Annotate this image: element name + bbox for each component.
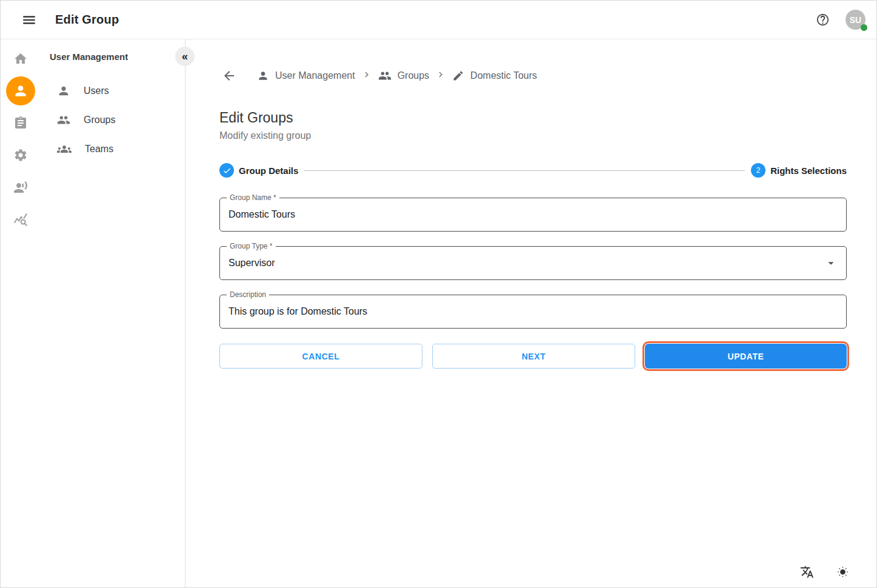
avatar-initials: SU xyxy=(850,15,861,25)
update-button[interactable]: UPDATE xyxy=(645,344,847,369)
edit-pencil-icon xyxy=(452,70,464,82)
rail-item-assignment[interactable] xyxy=(6,109,35,138)
page-header-title: Edit Group xyxy=(55,13,119,27)
group-name-input[interactable] xyxy=(220,198,846,231)
query-stats-icon xyxy=(13,212,28,227)
app-window: Edit Group SU xyxy=(0,0,877,588)
step-label: Group Details xyxy=(239,165,298,176)
rail-item-record-voice[interactable] xyxy=(6,173,35,202)
breadcrumb-label: User Management xyxy=(275,70,355,81)
collapse-sidebar-button[interactable]: « xyxy=(175,47,195,66)
chevron-right-icon xyxy=(361,69,372,80)
translate-icon xyxy=(800,565,814,579)
user-avatar[interactable]: SU xyxy=(845,10,865,30)
people-icon xyxy=(378,69,392,82)
group-type-label: Group Type * xyxy=(227,242,276,250)
description-label: Description xyxy=(227,290,269,299)
assignment-icon xyxy=(13,116,28,130)
check-icon xyxy=(222,166,232,175)
home-icon xyxy=(13,52,28,66)
stepper: Group Details 2 Rights Selections xyxy=(219,163,847,178)
translate-button[interactable] xyxy=(798,563,816,581)
online-status-dot xyxy=(861,24,867,31)
collapse-sidebar-icon: « xyxy=(182,50,188,63)
sidebar-header: User Management xyxy=(40,52,185,62)
rail-item-settings[interactable] xyxy=(6,141,35,170)
action-buttons: CANCEL NEXT UPDATE xyxy=(219,344,847,369)
hamburger-icon xyxy=(21,12,37,28)
person-icon xyxy=(257,70,269,82)
secondary-sidebar: User Management Users Groups Teams « xyxy=(40,39,185,588)
app-body: User Management Users Groups Teams « xyxy=(1,39,876,588)
rail-item-user-management[interactable] xyxy=(6,76,35,105)
chevron-right-icon xyxy=(435,69,446,80)
dropdown-arrow-icon xyxy=(824,256,838,270)
record-voice-over-icon xyxy=(13,180,28,195)
step-label: Rights Selections xyxy=(770,165,847,176)
sidebar-item-teams[interactable]: Teams xyxy=(40,135,185,164)
back-button[interactable] xyxy=(219,66,239,85)
breadcrumb-label: Groups xyxy=(398,70,429,81)
group-name-label: Group Name * xyxy=(227,193,279,202)
breadcrumb-row: User Management Groups Domestic Tour xyxy=(219,66,847,85)
cancel-button[interactable]: CANCEL xyxy=(219,344,422,369)
page-subtitle: Modify existing group xyxy=(219,130,847,141)
breadcrumb-label: Domestic Tours xyxy=(470,70,537,81)
help-icon xyxy=(816,13,830,27)
sidebar-item-groups[interactable]: Groups xyxy=(40,105,185,135)
sidebar-item-label: Teams xyxy=(85,144,113,155)
breadcrumb-separator xyxy=(435,69,446,82)
people-icon xyxy=(57,113,70,127)
stepper-connector xyxy=(304,170,745,171)
sidebar-item-label: Groups xyxy=(84,115,115,125)
breadcrumb-item-domestic-tours[interactable]: Domestic Tours xyxy=(452,70,537,82)
teams-icon xyxy=(57,142,72,156)
group-type-field[interactable]: Group Type * Supervisor xyxy=(219,246,847,280)
group-name-field: Group Name * xyxy=(219,198,847,232)
corner-utilities xyxy=(798,563,852,581)
page-title: Edit Groups xyxy=(219,110,847,126)
breadcrumb: User Management Groups Domestic Tour xyxy=(257,69,537,82)
brightness-toggle-button[interactable] xyxy=(833,563,852,581)
breadcrumb-item-groups[interactable]: Groups xyxy=(378,69,429,82)
sidebar-item-label: Users xyxy=(84,85,109,96)
settings-gear-icon xyxy=(13,148,28,162)
step-group-details[interactable]: Group Details xyxy=(219,163,298,178)
main-content: User Management Groups Domestic Tour xyxy=(185,39,876,588)
brightness-icon xyxy=(836,565,850,579)
step-rights-selections[interactable]: 2 Rights Selections xyxy=(751,163,847,178)
group-type-value: Supervisor xyxy=(228,258,275,269)
help-button[interactable] xyxy=(813,10,832,29)
breadcrumb-separator xyxy=(361,69,372,82)
step-number-circle: 2 xyxy=(751,163,765,178)
rail-item-home[interactable] xyxy=(6,44,35,73)
breadcrumb-item-user-management[interactable]: User Management xyxy=(257,70,355,82)
hamburger-menu-button[interactable] xyxy=(19,10,39,30)
icon-rail xyxy=(1,39,40,588)
back-arrow-icon xyxy=(222,68,236,83)
person-icon xyxy=(57,84,70,98)
rail-item-query-stats[interactable] xyxy=(6,205,35,234)
description-input[interactable] xyxy=(220,295,846,328)
next-button[interactable]: NEXT xyxy=(432,344,635,369)
description-field: Description xyxy=(219,295,847,329)
user-management-icon xyxy=(13,83,28,99)
sidebar-item-users[interactable]: Users xyxy=(40,76,185,105)
topbar-right: SU xyxy=(813,10,865,30)
step-completed-circle xyxy=(219,163,234,178)
topbar: Edit Group SU xyxy=(1,1,876,39)
